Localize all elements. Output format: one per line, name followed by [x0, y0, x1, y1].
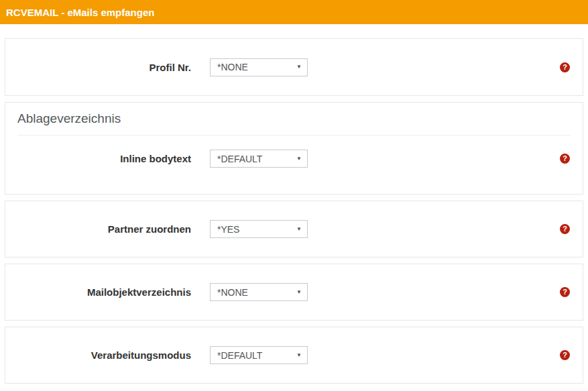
panel-mailobjektverzeichnis: Mailobjektverzeichnis *NONE ▼ ? — [5, 264, 583, 321]
help-icon-profil-nr[interactable]: ? — [560, 62, 570, 72]
mailobjektverzeichnis-select-wrap: *NONE ▼ — [210, 283, 308, 301]
help-icon-inline-bodytext[interactable]: ? — [560, 154, 570, 164]
header-bar: RCVEMAIL - eMails empfangen — [0, 0, 588, 24]
verarbeitungsmodus-select[interactable]: *DEFAULT — [210, 346, 308, 364]
panel-profil-nr: Profil Nr. *NONE ▼ ? — [5, 38, 583, 96]
panel-verarbeitungsmodus: Verarbeitungsmodus *DEFAULT ▼ ? — [5, 327, 583, 384]
help-icon-verarbeitungsmodus[interactable]: ? — [560, 350, 570, 360]
verarbeitungsmodus-label: Verarbeitungsmodus — [5, 349, 191, 361]
field-row-verarbeitungsmodus: Verarbeitungsmodus *DEFAULT ▼ ? — [5, 346, 583, 364]
help-icon-mailobjektverzeichnis[interactable]: ? — [560, 287, 570, 297]
profil-nr-select-wrap: *NONE ▼ — [210, 58, 308, 76]
panel-partner-zuordnen: Partner zuordnen *YES ▼ ? — [5, 201, 583, 258]
profil-nr-select[interactable]: *NONE — [210, 58, 308, 76]
inline-bodytext-select-wrap: *DEFAULT ▼ — [210, 150, 308, 168]
form-content: Profil Nr. *NONE ▼ ? Ablageverzeichnis I… — [0, 38, 588, 384]
field-row-partner-zuordnen: Partner zuordnen *YES ▼ ? — [5, 220, 583, 238]
partner-zuordnen-select[interactable]: *YES — [210, 220, 308, 238]
mailobjektverzeichnis-label: Mailobjektverzeichnis — [5, 286, 191, 298]
page-title: RCVEMAIL - eMails empfangen — [6, 7, 154, 18]
mailobjektverzeichnis-select[interactable]: *NONE — [210, 283, 308, 301]
partner-zuordnen-label: Partner zuordnen — [5, 223, 191, 235]
inline-bodytext-label: Inline bodytext — [5, 153, 191, 164]
partner-zuordnen-select-wrap: *YES ▼ — [210, 220, 308, 238]
help-icon-partner-zuordnen[interactable]: ? — [560, 224, 570, 234]
panel-ablageverzeichnis: Ablageverzeichnis Inline bodytext *DEFAU… — [5, 102, 583, 194]
field-row-mailobjektverzeichnis: Mailobjektverzeichnis *NONE ▼ ? — [5, 283, 583, 301]
inline-bodytext-select[interactable]: *DEFAULT — [210, 150, 308, 168]
field-row-inline-bodytext: Inline bodytext *DEFAULT ▼ ? — [5, 150, 583, 168]
field-row-profil-nr: Profil Nr. *NONE ▼ ? — [5, 58, 583, 76]
section-title-ablageverzeichnis: Ablageverzeichnis — [17, 111, 571, 135]
verarbeitungsmodus-select-wrap: *DEFAULT ▼ — [210, 346, 308, 364]
profil-nr-label: Profil Nr. — [5, 62, 191, 73]
